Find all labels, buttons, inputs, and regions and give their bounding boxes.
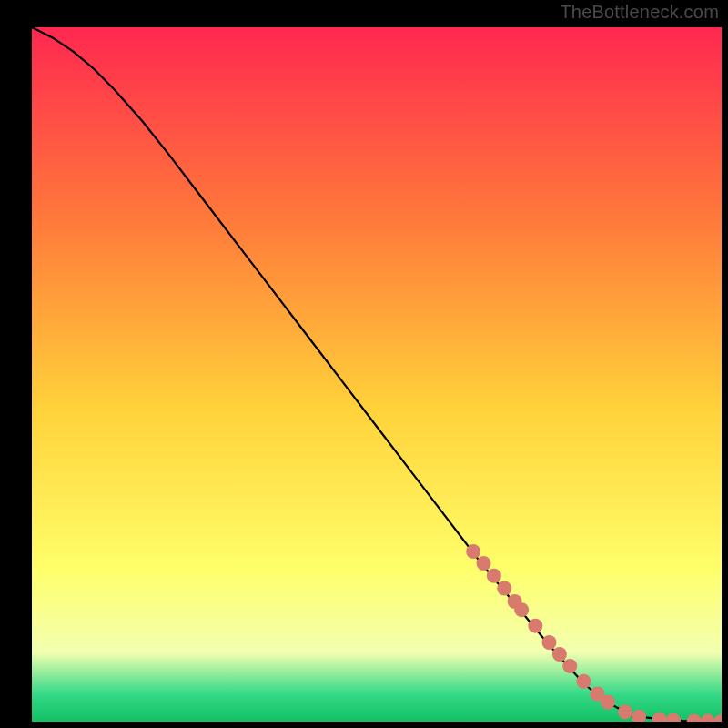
marker-point bbox=[476, 556, 490, 571]
chart-stage: TheBottleneck.com bbox=[0, 0, 728, 728]
marker-point bbox=[514, 602, 529, 617]
marker-point bbox=[618, 704, 632, 719]
marker-point bbox=[466, 544, 480, 559]
marker-point bbox=[576, 674, 591, 689]
marker-point bbox=[552, 647, 567, 662]
chart-svg bbox=[32, 27, 722, 722]
marker-point bbox=[528, 619, 542, 633]
marker-point bbox=[562, 659, 577, 673]
gradient-background bbox=[32, 27, 722, 722]
marker-point bbox=[487, 569, 501, 583]
marker-point bbox=[542, 635, 557, 650]
marker-point bbox=[497, 581, 511, 596]
marker-point bbox=[601, 695, 615, 710]
plot-area bbox=[32, 27, 722, 722]
watermark-text: TheBottleneck.com bbox=[560, 2, 719, 23]
